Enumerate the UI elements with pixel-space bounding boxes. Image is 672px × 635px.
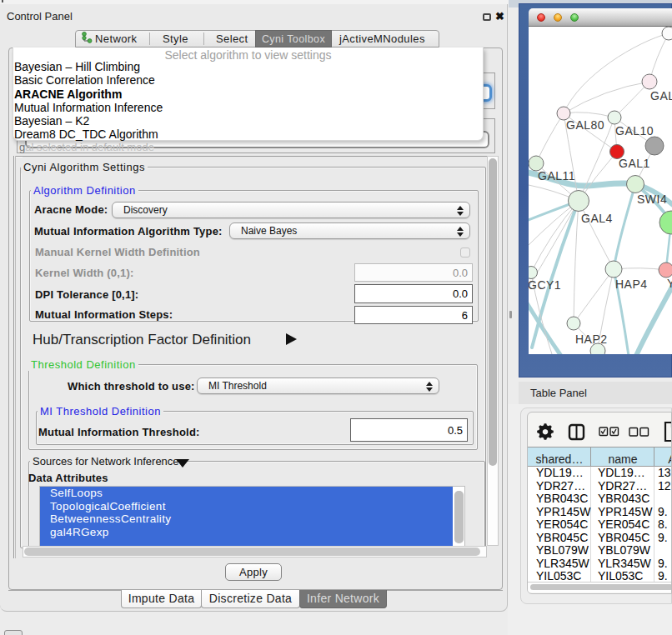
svg-text:GAL80: GAL80 [566, 118, 604, 132]
svg-text:HAP4: HAP4 [615, 278, 648, 291]
svg-text:GAL1: GAL1 [619, 157, 650, 170]
svg-text:GAL11: GAL11 [538, 169, 575, 182]
svg-text:Y: Y [667, 277, 672, 290]
svg-text:GAL4: GAL4 [581, 212, 613, 225]
svg-text:GAL10: GAL10 [615, 124, 654, 138]
svg-text:GCY1: GCY1 [529, 278, 561, 292]
svg-text:SWI4: SWI4 [637, 192, 667, 206]
svg-text:HAP2: HAP2 [575, 332, 608, 346]
svg-text:GAL: GAL [650, 89, 672, 102]
